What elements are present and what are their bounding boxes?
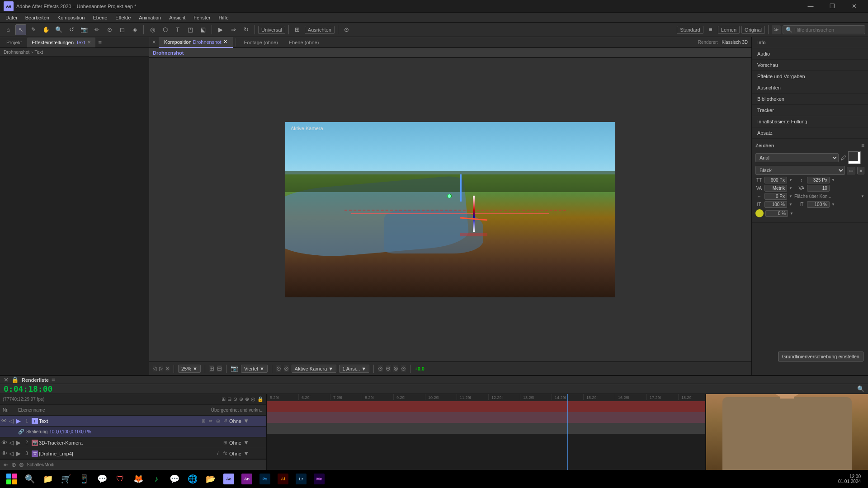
layer-1-audio-btn[interactable]: ◁ [8, 418, 14, 424]
tab-projekt[interactable]: Projekt [2, 38, 26, 47]
taskbar-globe[interactable]: 🌐 [184, 471, 201, 487]
scale-v-arrow[interactable]: ▼ [831, 202, 835, 206]
grid-icon[interactable]: ⊟ [217, 365, 222, 372]
taskbar-store[interactable]: 🛒 [58, 471, 74, 487]
brush-tool[interactable]: ✏ [91, 24, 102, 35]
workspace-standard[interactable]: Standard [677, 26, 703, 34]
section-audio[interactable]: Audio [752, 48, 868, 60]
ram-preview[interactable]: ⇒ [228, 24, 239, 35]
frame-prev-btn[interactable]: ◁ [153, 366, 156, 371]
tab-effekt-close[interactable]: ✕ [87, 40, 91, 45]
renderliste-close[interactable]: ✕ [4, 376, 9, 383]
baseline-shift-btn[interactable] [755, 209, 764, 217]
viewer-tab-close[interactable]: ✕ [223, 39, 227, 45]
maximize-button[interactable]: ❐ [822, 0, 843, 13]
layer-3-vis-btn[interactable]: 👁 [1, 450, 7, 457]
layer-row-2[interactable]: 👁 ◁ ▶ 2 📷 3D-Tracker-Kamera ⊞ Ohne ▼ [0, 437, 266, 448]
section-absatz[interactable]: Absatz [752, 127, 868, 139]
indent-arrow[interactable]: ▼ [789, 194, 793, 198]
puppet-tool[interactable]: ◈ [129, 24, 140, 35]
layer-3-audio-btn[interactable]: ◁ [8, 450, 14, 457]
workspace-menu[interactable]: ≡ [705, 24, 716, 35]
indent-value[interactable]: 0 Px [764, 193, 787, 200]
layer-1-sw1[interactable]: ⊞ [200, 418, 207, 424]
section-effekte[interactable]: Effekte und Vorgaben [752, 71, 868, 82]
taskbar-spotify[interactable]: ♪ [148, 471, 165, 487]
stamp-tool[interactable]: ⊙ [104, 24, 115, 35]
text-tool[interactable]: T [172, 24, 183, 35]
view-options[interactable]: ⊙ [276, 365, 281, 372]
mask-btn[interactable]: ⊘ [284, 365, 289, 372]
layer-1-sw4[interactable]: ↺ [222, 418, 228, 424]
viewer-tab-comp[interactable]: Komposition Drohnenshot ✕ [159, 37, 233, 48]
zoom-select[interactable]: 25% ▼ [178, 365, 201, 373]
panel-menu-btn[interactable]: ≡ [96, 39, 104, 46]
view-select[interactable]: 1 Ansi... ▼ [339, 365, 369, 373]
overlay-btn[interactable]: ⊙ [401, 365, 406, 372]
lock-btn2[interactable]: 🔒 [257, 396, 264, 402]
taskbar-ps[interactable]: Ps [257, 471, 273, 487]
mask-tool[interactable]: ⬕ [198, 24, 208, 35]
timeline-search-btn[interactable]: 🔍 [857, 385, 864, 392]
section-bibliotheken[interactable]: Bibliotheken [752, 94, 868, 105]
resolution-icon[interactable]: ⊞ [209, 365, 214, 372]
layer-3-parent-arrow[interactable]: ▼ [243, 450, 249, 457]
font-style-select[interactable]: Black [755, 166, 845, 175]
flaeche-arrow[interactable]: ▼ [861, 194, 864, 198]
merge-btn[interactable]: ⊕ [11, 461, 16, 468]
section-ausrichten[interactable]: Ausrichten [752, 82, 868, 94]
taskbar-search-btn[interactable]: 🔍 [22, 471, 38, 487]
stagger-btn[interactable]: ⇤ [4, 461, 9, 468]
loop-tool[interactable]: ↻ [241, 24, 251, 35]
menu-hilfe[interactable]: Hilfe [215, 14, 232, 21]
line-height-value[interactable]: 325 Px [807, 177, 830, 183]
layer-2-vis-btn[interactable]: 👁 [1, 439, 7, 446]
layer-3-sw2[interactable]: fx [222, 450, 228, 457]
original-btn[interactable]: Original [741, 26, 765, 34]
taskbar-folder[interactable]: 📂 [203, 471, 219, 487]
select-tool[interactable]: ↖ [15, 24, 26, 35]
section-tracker[interactable]: Tracker [752, 105, 868, 116]
layer-row-1[interactable]: 👁 ◁ ▶ 1 T Text ⊞ ✏ ◎ ↺ Ohne ▼ [0, 416, 266, 427]
menu-komposition[interactable]: Komposition [54, 14, 89, 21]
play-tool[interactable]: ▶ [215, 24, 226, 35]
shift-value[interactable]: 0 % [765, 210, 788, 217]
stroke-color-swatch[interactable] [848, 151, 858, 161]
font-size-value[interactable]: 600 Px [764, 177, 787, 183]
tracking-arrow[interactable]: ▼ [789, 186, 793, 190]
layer-2-audio-btn[interactable]: ◁ [8, 439, 14, 446]
snapping-btn[interactable]: ⊙ [341, 24, 352, 35]
layer-1-parent-arrow[interactable]: ▼ [243, 418, 249, 424]
zoom-tool[interactable]: 🔍 [53, 24, 64, 35]
renderliste-lock[interactable]: 🔒 [11, 376, 19, 383]
camera-select[interactable]: Aktive Kamera ▼ [292, 365, 336, 373]
camera-icon[interactable]: 📷 [231, 365, 238, 372]
taskbar-ai[interactable]: Ai [275, 471, 291, 487]
3d-btn[interactable]: ⊕ [386, 365, 391, 372]
skalierung-link-btn[interactable]: 🔗 [18, 429, 24, 435]
section-vorschau[interactable]: Vorschau [752, 60, 868, 71]
comment-btn[interactable]: ⊗ [245, 396, 249, 402]
universal-label[interactable]: Universal [258, 26, 285, 34]
eraser-tool[interactable]: ◻ [117, 24, 127, 35]
menu-ansicht[interactable]: Ansicht [165, 14, 189, 21]
layer-1-expand-btn[interactable]: ▶ [15, 418, 22, 424]
help-search-input[interactable] [794, 27, 862, 33]
start-btn[interactable] [4, 471, 20, 487]
scale-v-value[interactable]: 100 % [807, 201, 830, 208]
menu-animation[interactable]: Animation [135, 14, 165, 21]
taskbar-ae[interactable]: Ae [221, 471, 237, 487]
stroke-swatch-btn[interactable]: ▭ [847, 167, 855, 174]
layer-2-sw1[interactable]: ⊞ [222, 440, 228, 446]
tracking-type[interactable]: Metrik [764, 185, 787, 192]
taskbar-firefox[interactable]: 🦊 [130, 471, 146, 487]
layer-1-sw2[interactable]: ✏ [208, 418, 214, 424]
help-search[interactable]: 🔍 [783, 25, 865, 34]
anchor-btn[interactable]: ◎ [251, 396, 255, 402]
minimize-button[interactable]: — [800, 0, 821, 13]
taskbar-lr[interactable]: Lr [293, 471, 309, 487]
section-info[interactable]: Info [752, 37, 868, 48]
taskbar-explorer[interactable]: 📁 [40, 471, 56, 487]
fill-swatch-btn[interactable]: ■ [857, 167, 864, 174]
layer-3-expand-btn[interactable]: ▶ [15, 450, 22, 457]
